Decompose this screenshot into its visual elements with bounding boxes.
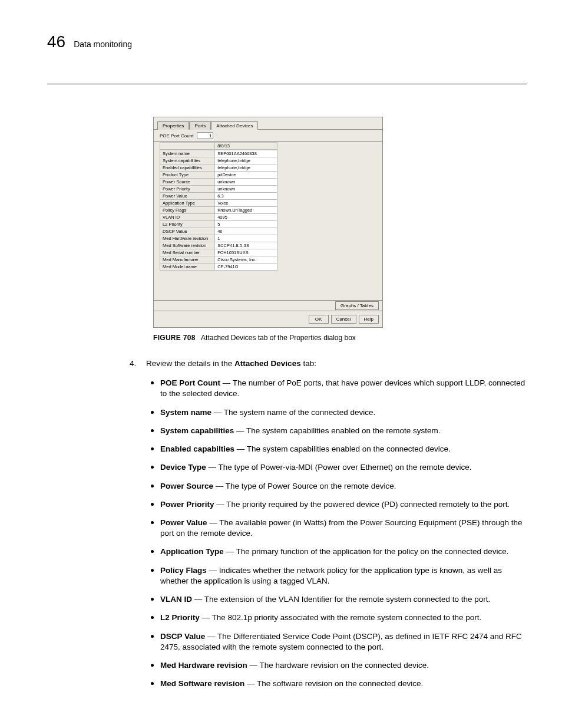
dialog-screenshot: Properties Ports Attached Devices POE Po… [153, 117, 383, 328]
property-label: Power Priority [160, 186, 215, 193]
term: Enabled capabilties [160, 444, 234, 453]
table-row: System capabilitiestelephone,bridge [160, 157, 277, 164]
table-row: Policy FlagsKnown,UnTagged [160, 207, 277, 214]
description: — The available power (in Watts) from th… [160, 518, 523, 538]
property-value: SCCP41.8-5-3S [215, 242, 277, 249]
poe-port-count-input[interactable] [197, 132, 213, 139]
property-value: unknown [215, 186, 277, 193]
description: — The system capabilities enabled on the… [234, 426, 440, 435]
tab-attached-devices[interactable]: Attached Devices [211, 121, 258, 130]
table-row: Med Model nameCP-7941G [160, 263, 277, 271]
description: — The priority required by the powered d… [214, 500, 510, 509]
term: Power Priority [160, 500, 214, 509]
term: Device Type [160, 463, 206, 472]
figure-caption: FIGURE 708 Attached Devices tab of the P… [153, 334, 527, 342]
column-header: 8/0/13 [215, 143, 277, 150]
description: — The primary function of the applicatio… [224, 547, 509, 556]
property-label: Power Source [160, 179, 215, 186]
table-row: Power Priorityunknown [160, 186, 277, 193]
term: System name [160, 408, 211, 417]
list-item: Power Source — The type of Power Source … [160, 479, 527, 492]
description: — The system capabilities enabled on the… [234, 444, 451, 453]
list-item: Med Hardware revision — The hardware rev… [160, 658, 527, 671]
property-label: DSCP Value [160, 228, 215, 235]
table-row: Med Software revisionSCCP41.8-5-3S [160, 242, 277, 249]
description: — The system name of the connected devic… [211, 408, 375, 417]
table-row: Med ManufacturerCisco Systems, Inc. [160, 256, 277, 263]
list-item: Med Software revision — The software rev… [160, 677, 527, 689]
term: DSCP Value [160, 632, 205, 641]
property-label: System name [160, 150, 215, 157]
property-value: Known,UnTagged [215, 207, 277, 214]
description: — The hardware revision on the connected… [247, 661, 429, 670]
description: — The Differentiated Service Code Point … [160, 632, 522, 651]
table-row: Med Hardware revision1 [160, 235, 277, 242]
dialog-footer-upper: Graphs / Tables [154, 300, 382, 311]
property-label: Enabled capabilities [160, 164, 215, 172]
page-number: 46 [47, 32, 65, 51]
property-value: SEP001AA2460838 [215, 150, 277, 157]
property-value: unknown [215, 179, 277, 186]
table-row: Application TypeVoice [160, 200, 277, 207]
table-row: Med Serial numberFCH1051SUXS [160, 249, 277, 256]
property-value: 5 [215, 221, 277, 228]
list-item: POE Port Count — The number of PoE ports… [160, 376, 527, 399]
table-row: Product TypepdDevice [160, 172, 277, 179]
term: Policy Flags [160, 566, 207, 575]
property-label: Med Manufacturer [160, 256, 215, 263]
tab-properties[interactable]: Properties [157, 121, 189, 130]
list-item: Device Type — The type of Power-via-MDI … [160, 460, 527, 473]
list-item: System capabilities — The system capabil… [160, 424, 527, 436]
term: Power Value [160, 518, 207, 527]
table-row: Power Value6.3 [160, 193, 277, 200]
bullet-list: POE Port Count — The number of PoE ports… [150, 376, 527, 689]
device-properties-table: 8/0/13 System nameSEP001AA2460838System … [154, 141, 382, 271]
property-label: Med Hardware revision [160, 235, 215, 242]
term: Application Type [160, 547, 224, 556]
property-label: Med Serial number [160, 249, 215, 256]
property-label: VLAN ID [160, 214, 215, 221]
description: — The type of Power Source on the remote… [213, 482, 396, 490]
description: — The software revision on the connected… [244, 679, 423, 688]
tab-bar: Properties Ports Attached Devices [154, 117, 382, 129]
list-item: DSCP Value — The Differentiated Service … [160, 630, 527, 653]
table-row: Power Sourceunknown [160, 179, 277, 186]
cancel-button[interactable]: Cancel [331, 315, 356, 324]
poe-port-count-label: POE Port Count [160, 133, 193, 139]
property-value: FCH1051SUXS [215, 249, 277, 256]
property-value: CP-7941G [215, 263, 277, 271]
page-header: 46 Data monitoring [47, 32, 527, 51]
list-item: Power Value — The available power (in Wa… [160, 516, 527, 539]
step-number: 4. [130, 358, 140, 369]
property-value: pdDevice [215, 172, 277, 179]
list-item: Application Type — The primary function … [160, 545, 527, 557]
list-item: Enabled capabilties — The system capabil… [160, 442, 527, 454]
list-item: System name — The system name of the con… [160, 406, 527, 418]
step-4: 4. Review the details in the Attached De… [130, 358, 527, 369]
table-row: L2 Priority5 [160, 221, 277, 228]
body-text: 4. Review the details in the Attached De… [130, 358, 527, 689]
table-row: System nameSEP001AA2460838 [160, 150, 277, 157]
property-label: Policy Flags [160, 207, 215, 214]
dialog-footer-lower: OK Cancel Help [154, 311, 382, 327]
section-title: Data monitoring [74, 39, 132, 49]
graphs-tables-button[interactable]: Graphs / Tables [335, 301, 379, 310]
ok-button[interactable]: OK [309, 315, 329, 324]
help-button[interactable]: Help [359, 315, 379, 324]
table-row: DSCP Value46 [160, 228, 277, 235]
property-value: 6.3 [215, 193, 277, 200]
property-label: Med Model name [160, 263, 215, 271]
tab-ports[interactable]: Ports [189, 121, 211, 130]
list-item: Policy Flags — Indicates whether the net… [160, 564, 527, 587]
list-item: Power Priority — The priority required b… [160, 498, 527, 510]
description: — The 802.1p priority associated with th… [200, 613, 482, 622]
figure-title: Attached Devices tab of the Properties d… [201, 334, 356, 342]
table-row: Enabled capabilitiestelephone,bridge [160, 164, 277, 172]
property-value: telephone,bridge [215, 164, 277, 172]
term: Med Hardware revision [160, 661, 247, 670]
properties-dialog: Properties Ports Attached Devices POE Po… [153, 117, 383, 328]
figure-number: FIGURE 708 [153, 334, 196, 342]
property-label: Product Type [160, 172, 215, 179]
property-value: telephone,bridge [215, 157, 277, 164]
property-value: Voice [215, 200, 277, 207]
